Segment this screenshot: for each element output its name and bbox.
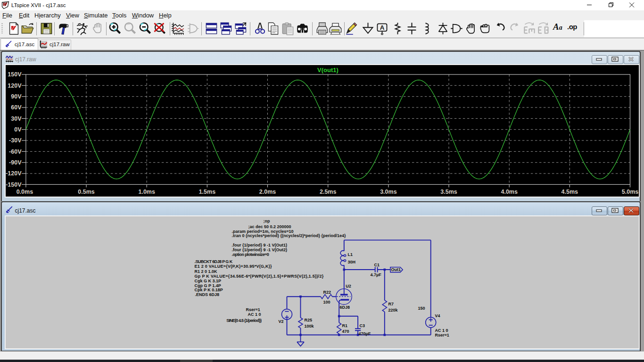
- svg-text:R22: R22: [323, 289, 331, 294]
- svg-text:6DJ8: 6DJ8: [339, 305, 350, 310]
- svg-text:120V: 120V: [8, 82, 22, 89]
- svg-text:Out1: Out1: [391, 267, 401, 272]
- svg-text:2.5ms: 2.5ms: [319, 189, 336, 195]
- svg-text:E1 2 0 VALUE={V(P,K)+30.95*: E1 2 0 VALUE={V(P,K)+30.95*V(G,K)}: [194, 264, 272, 269]
- svg-text:Rser=1: Rser=1: [246, 307, 260, 312]
- svg-text:-120V: -120V: [6, 170, 22, 177]
- svg-text:1.0ms: 1.0ms: [138, 189, 155, 195]
- svg-text:-60V: -60V: [9, 148, 22, 155]
- svg-text:;op: ;op: [263, 218, 270, 223]
- svg-text:V(out1): V(out1): [317, 66, 339, 74]
- svg-text:60V: 60V: [11, 104, 22, 111]
- svg-text:;ac dec 50 0.2 200000: ;ac dec 50 0.2 200000: [248, 224, 291, 229]
- svg-text:30V: 30V: [11, 115, 22, 122]
- svg-text:AC 1 0: AC 1 0: [435, 328, 448, 333]
- svg-text:4.5ms: 4.5ms: [561, 189, 578, 195]
- svg-text:150: 150: [418, 305, 425, 310]
- svg-text:R1 2 0 1.0K: R1 2 0 1.0K: [194, 269, 217, 273]
- svg-text:V4: V4: [435, 313, 440, 318]
- svg-text:-30V: -30V: [9, 137, 22, 144]
- svg-text:.tran 0 {ncycles*period} {(ncy: .tran 0 {ncycles*period} {(ncycles/2)*pe…: [231, 233, 346, 238]
- svg-text:R1: R1: [342, 323, 347, 328]
- svg-text:.SUBCKT 6DJ8 P G K: .SUBCKT 6DJ8 P G K: [194, 259, 232, 263]
- svg-text:.param period=1m, ncycles=10: .param period=1m, ncycles=10: [231, 229, 293, 233]
- svg-text:R7: R7: [388, 301, 394, 306]
- svg-text:Cgp G P 1.4P: Cgp G P 1.4P: [194, 283, 221, 288]
- svg-text:5.0ms: 5.0ms: [621, 189, 638, 195]
- svg-text:Rser=1: Rser=1: [435, 333, 449, 337]
- svg-text:3.5ms: 3.5ms: [440, 189, 457, 195]
- svg-text:470: 470: [342, 329, 349, 333]
- svg-text:.option plotwinsize=0: .option plotwinsize=0: [231, 252, 269, 256]
- svg-text:.four {1/period} 9 -1 V(Out2): .four {1/period} 9 -1 V(Out2): [231, 247, 287, 252]
- svg-text:C1: C1: [374, 262, 380, 267]
- svg-text:AC 1 0: AC 1 0: [248, 312, 261, 316]
- svg-text:0.5ms: 0.5ms: [78, 189, 94, 195]
- svg-text:.ENDS 6DJ8: .ENDS 6DJ8: [195, 292, 219, 297]
- svg-text:R25: R25: [304, 317, 312, 322]
- svg-text:1.5ms: 1.5ms: [198, 189, 215, 195]
- svg-text:2.0ms: 2.0ms: [259, 189, 275, 195]
- svg-text:150V: 150V: [8, 71, 22, 78]
- svg-text:SINE(0 4.5 {1/period}): SINE(0 4.5 {1/period}): [226, 318, 262, 322]
- svg-text:C3: C3: [359, 323, 365, 328]
- svg-text:V2: V2: [278, 319, 283, 324]
- svg-text:A: A: [380, 24, 384, 31]
- svg-text:L1: L1: [347, 252, 353, 257]
- svg-text:Cpk P K 0.18P: Cpk P K 0.18P: [194, 288, 223, 292]
- svg-text:-150V: -150V: [6, 181, 22, 188]
- svg-text:4.0ms: 4.0ms: [501, 189, 517, 195]
- svg-text:4.7µF: 4.7µF: [370, 272, 381, 277]
- svg-text:90V: 90V: [11, 93, 22, 100]
- svg-text:470µF: 470µF: [358, 331, 371, 336]
- svg-text:U2: U2: [346, 283, 351, 288]
- svg-text:Cgk G K 3.1P: Cgk G K 3.1P: [194, 278, 221, 283]
- svg-text:220k: 220k: [388, 307, 398, 312]
- svg-text:3.0ms: 3.0ms: [380, 189, 396, 195]
- svg-text:Gp P K VALUE={34.56E-6*(PWR(V: Gp P K VALUE={34.56E-6*(PWR(V(2),1.5)+PW…: [194, 273, 323, 278]
- svg-text:.four {1/period} 9 -1 V(Out1): .four {1/period} 9 -1 V(Out1): [231, 243, 287, 247]
- svg-text:-90V: -90V: [9, 159, 22, 166]
- svg-text:0V: 0V: [14, 126, 22, 133]
- svg-text:30H: 30H: [347, 259, 355, 264]
- svg-text:0.0ms: 0.0ms: [16, 189, 33, 195]
- svg-text:100k: 100k: [304, 323, 314, 328]
- svg-text:100: 100: [323, 299, 330, 304]
